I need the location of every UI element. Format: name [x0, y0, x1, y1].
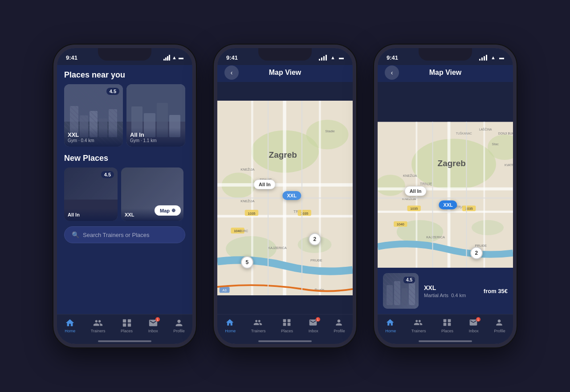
wifi-icon-map2: ▲: [491, 55, 496, 60]
notch-map1: [258, 48, 312, 61]
trainers-nav-icon: [93, 318, 103, 328]
home-screen: Places near you: [57, 65, 192, 314]
nav-profile-label: Profile: [173, 329, 185, 333]
svg-point-6: [306, 120, 349, 150]
status-icons-map2: ▲ ▬: [479, 55, 504, 61]
inbox-nav-icon: 1: [148, 318, 158, 328]
status-time-map2: 9:41: [387, 54, 398, 61]
search-bar[interactable]: 🔍 Search Trainers or Places: [64, 226, 185, 243]
map-marker-allin-2[interactable]: All In: [405, 186, 427, 196]
search-icon: 🔍: [72, 231, 79, 238]
nav-places[interactable]: Places: [121, 318, 133, 333]
map-marker-5-1[interactable]: 5: [241, 256, 253, 269]
nav-home-label-map1: Home: [225, 329, 236, 333]
overlay-img: 4.5: [383, 273, 419, 309]
back-button-1[interactable]: ‹: [224, 65, 239, 80]
map-marker-2-2[interactable]: 2: [470, 247, 483, 259]
home-indicator-map1: [258, 340, 312, 342]
map-area-1[interactable]: TRNJE TRAVNO 1035 1035 1040 Zagreb KNEŽI…: [217, 82, 353, 314]
nav-trainers-label-map1: Trainers: [251, 329, 266, 333]
nav-inbox[interactable]: 1 Inbox: [148, 318, 158, 333]
battery-icon-map1: ▬: [339, 55, 344, 60]
nav-trainers-label-map2: Trainers: [411, 329, 426, 333]
places-icon-map1: [282, 318, 292, 328]
place-card-xxl[interactable]: 4.5 XXL Gym · 0.4 km: [64, 84, 123, 147]
nav-trainers[interactable]: Trainers: [91, 318, 106, 333]
place-overlay[interactable]: 4.5 XXL Martial Arts 0.4 km from 35€: [378, 268, 513, 314]
bottom-nav-map1: Home Trainers Places: [217, 314, 353, 340]
svg-rect-46: [378, 188, 513, 191]
svg-text:Zagreb: Zagreb: [438, 159, 466, 168]
nav-profile[interactable]: Profile: [173, 318, 185, 333]
map-header-2: ‹ Map View: [378, 65, 513, 82]
xxl-name: XXL: [68, 131, 119, 138]
new-place-allin[interactable]: 4.5 All In: [64, 167, 118, 221]
profile-nav-icon: [174, 318, 184, 328]
svg-text:DONJI BUKOVAC: DONJI BUKOVAC: [498, 132, 513, 135]
new-allin-name: All In: [68, 212, 114, 217]
inbox-icon-map2: 1: [469, 318, 479, 328]
home-icon-map2: [386, 318, 395, 328]
nav-profile-map1[interactable]: Profile: [334, 318, 345, 333]
map-area-2[interactable]: TRNJE TRAVNO 1035 1035 1040 Zagreb KNEŽI…: [378, 82, 513, 314]
back-button-2[interactable]: ‹: [385, 65, 399, 80]
svg-rect-75: [448, 323, 451, 326]
new-places-scroll: 4.5 All In XXL: [64, 167, 185, 221]
nav-inbox-map1[interactable]: 1 Inbox: [309, 318, 318, 333]
new-allin-rating: 4.5: [101, 171, 114, 178]
nav-home-map2[interactable]: Home: [385, 318, 396, 333]
nav-places-label-map2: Places: [441, 329, 453, 333]
map-marker-xxl-1[interactable]: XXL: [282, 191, 301, 200]
nav-home[interactable]: Home: [65, 318, 75, 333]
bottom-nav-map2: Home Trainers Places: [378, 314, 513, 340]
map-marker-allin-1[interactable]: All In: [254, 180, 276, 189]
overlay-sub: Martial Arts 0.4 km: [424, 293, 478, 298]
notch-map2: [419, 48, 472, 61]
place-card-allin[interactable]: All In Gym · 1.1 km: [126, 84, 185, 147]
map-button[interactable]: Map ⊕: [155, 205, 181, 216]
allin-info: All In Gym · 1.1 km: [126, 128, 185, 147]
new-places-title: New Places: [64, 154, 185, 163]
nav-places-map1[interactable]: Places: [281, 318, 293, 333]
wifi-icon: ▲: [172, 55, 177, 60]
inbox-icon-map1: 1: [309, 318, 318, 328]
signal-icon: [163, 55, 170, 61]
svg-text:KNEŽIJA: KNEŽIJA: [240, 167, 255, 172]
places-icon-map2: [443, 318, 452, 328]
nav-places-label-map1: Places: [281, 329, 293, 333]
nav-trainers-map1[interactable]: Trainers: [251, 318, 266, 333]
nav-home-map1[interactable]: Home: [225, 318, 236, 333]
nav-inbox-label-map2: Inbox: [469, 329, 479, 333]
search-placeholder: Search Trainers or Places: [83, 232, 150, 238]
nav-profile-map2[interactable]: Profile: [494, 318, 505, 333]
nav-inbox-map2[interactable]: 1 Inbox: [469, 318, 479, 333]
map-button-label: Map: [160, 208, 170, 213]
svg-rect-3: [127, 323, 130, 327]
svg-text:LAŠČINA: LAŠČINA: [479, 127, 492, 131]
home-nav-icon: [65, 318, 75, 328]
svg-text:Stac: Stac: [492, 142, 499, 146]
xxl-rating: 4.5: [106, 88, 119, 95]
svg-rect-0: [122, 319, 126, 323]
nav-profile-label-map2: Profile: [494, 329, 505, 333]
allin-sub: Gym · 1.1 km: [130, 138, 182, 143]
map-title-2: Map View: [429, 69, 462, 77]
xxl-info: XXL Gym · 0.4 km: [64, 128, 123, 147]
places-near-you-title: Places near you: [64, 70, 185, 80]
wifi-icon-map1: ▲: [330, 55, 335, 60]
map-marker-xxl-2[interactable]: XXL: [439, 200, 457, 209]
phone-map-1: 9:41 ▲ ▬ ‹ Map View: [214, 45, 356, 347]
notch: [98, 48, 151, 61]
nav-trainers-label: Trainers: [91, 329, 106, 333]
nav-home-label: Home: [65, 329, 75, 333]
nav-places-map2[interactable]: Places: [441, 318, 453, 333]
map-marker-2-1[interactable]: 2: [309, 233, 321, 245]
scene: 9:41 ▲ ▬ Places near you: [0, 31, 570, 361]
svg-text:Stadie: Stadie: [325, 129, 335, 133]
svg-text:PRUĐE: PRUĐE: [310, 258, 322, 262]
nav-trainers-map2[interactable]: Trainers: [411, 318, 426, 333]
svg-text:A3: A3: [223, 288, 227, 292]
svg-text:KAJZERICA: KAJZERICA: [426, 235, 445, 239]
svg-text:TUŠKANAC: TUŠKANAC: [456, 131, 472, 135]
status-icons: ▲ ▬: [163, 55, 183, 61]
